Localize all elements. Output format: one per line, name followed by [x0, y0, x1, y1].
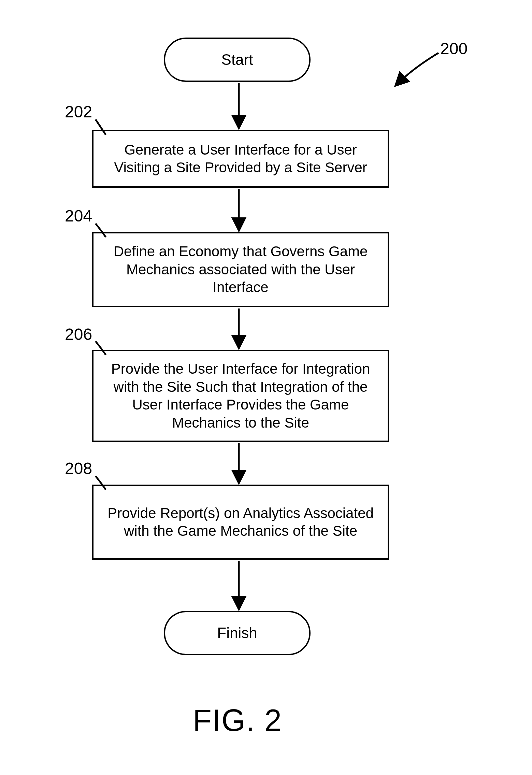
terminator-finish-label: Finish: [217, 625, 257, 642]
step-206: Provide the User Interface for Integrati…: [92, 350, 389, 442]
ref-204: 204: [65, 206, 92, 225]
step-206-text: Provide the User Interface for Integrati…: [104, 360, 377, 432]
figure-label: FIG. 2: [193, 703, 282, 738]
terminator-start-label: Start: [221, 51, 253, 68]
terminator-start: Start: [164, 38, 311, 82]
ref-202: 202: [65, 102, 92, 121]
step-208-text: Provide Report(s) on Analytics Associate…: [104, 504, 377, 540]
ref-206: 206: [65, 325, 92, 344]
terminator-finish: Finish: [164, 611, 311, 655]
ref-200: 200: [440, 39, 468, 58]
step-204: Define an Economy that Governs Game Mech…: [92, 232, 389, 307]
flowchart-canvas: Start Generate a User Interface for a Us…: [0, 0, 532, 775]
ref-208: 208: [65, 459, 92, 478]
step-204-text: Define an Economy that Governs Game Mech…: [104, 243, 377, 297]
step-202: Generate a User Interface for a User Vis…: [92, 130, 389, 188]
step-202-text: Generate a User Interface for a User Vis…: [104, 141, 377, 177]
step-208: Provide Report(s) on Analytics Associate…: [92, 485, 389, 560]
